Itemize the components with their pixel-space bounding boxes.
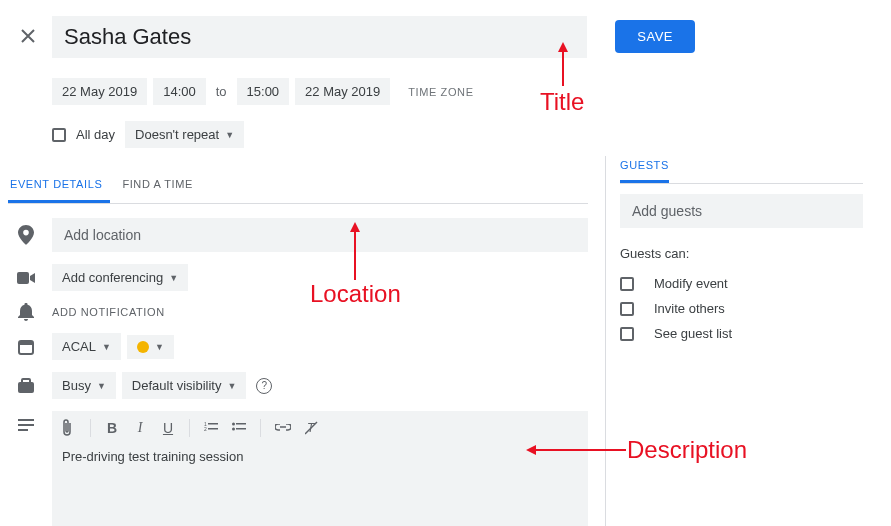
attach-button[interactable] — [62, 419, 76, 437]
bell-icon — [14, 303, 38, 321]
tab-guests[interactable]: GUESTS — [620, 159, 669, 183]
svg-rect-0 — [17, 272, 29, 284]
timezone-button[interactable]: TIME ZONE — [408, 86, 473, 98]
description-icon — [14, 419, 38, 431]
perm-seelist-checkbox[interactable] — [620, 327, 634, 341]
italic-button[interactable]: I — [133, 420, 147, 436]
close-button[interactable] — [16, 24, 40, 48]
paperclip-icon — [62, 419, 72, 437]
event-title-input[interactable] — [52, 16, 587, 58]
svg-rect-11 — [208, 428, 218, 430]
repeat-dropdown[interactable]: Doesn't repeat ▼ — [125, 121, 244, 148]
caret-down-icon: ▼ — [155, 342, 164, 352]
separator — [189, 419, 190, 437]
svg-rect-4 — [22, 379, 30, 383]
svg-rect-5 — [18, 419, 34, 421]
all-day-label[interactable]: All day — [76, 127, 115, 142]
repeat-label: Doesn't repeat — [135, 127, 219, 142]
start-date-chip[interactable]: 22 May 2019 — [52, 78, 147, 105]
location-icon — [14, 225, 38, 245]
visibility-help-button[interactable]: ? — [256, 378, 272, 394]
visibility-dropdown[interactable]: Default visibility ▼ — [122, 372, 247, 399]
description-editor[interactable]: B I U 12 T — [52, 411, 588, 526]
briefcase-icon — [14, 378, 38, 394]
perm-modify-checkbox[interactable] — [620, 277, 634, 291]
svg-point-14 — [232, 428, 235, 431]
calendar-icon — [14, 339, 38, 355]
bulleted-list-button[interactable] — [232, 422, 246, 434]
end-time-chip[interactable]: 15:00 — [237, 78, 290, 105]
description-toolbar: B I U 12 T — [52, 411, 588, 445]
svg-rect-2 — [19, 341, 33, 345]
location-input[interactable] — [52, 218, 588, 252]
start-time-chip[interactable]: 14:00 — [153, 78, 206, 105]
conferencing-label: Add conferencing — [62, 270, 163, 285]
caret-down-icon: ▼ — [97, 381, 106, 391]
svg-rect-7 — [18, 429, 28, 431]
video-icon — [14, 271, 38, 285]
perm-invite-checkbox[interactable] — [620, 302, 634, 316]
caret-down-icon: ▼ — [227, 381, 236, 391]
separator — [90, 419, 91, 437]
perm-invite-label: Invite others — [654, 301, 725, 316]
separator — [260, 419, 261, 437]
tab-find-a-time[interactable]: FIND A TIME — [120, 178, 201, 203]
clear-formatting-button[interactable]: T — [305, 421, 319, 435]
numbered-list-button[interactable]: 12 — [204, 422, 218, 434]
calendar-dropdown[interactable]: ACAL ▼ — [52, 333, 121, 360]
svg-rect-6 — [18, 424, 34, 426]
caret-down-icon: ▼ — [102, 342, 111, 352]
svg-rect-9 — [208, 423, 218, 425]
bold-button[interactable]: B — [105, 420, 119, 436]
conferencing-dropdown[interactable]: Add conferencing ▼ — [52, 264, 188, 291]
color-dropdown[interactable]: ▼ — [127, 335, 174, 359]
description-text[interactable]: Pre-driving test training session — [52, 445, 588, 526]
svg-rect-13 — [236, 423, 246, 425]
perm-seelist-label: See guest list — [654, 326, 732, 341]
color-dot-icon — [137, 341, 149, 353]
to-label: to — [212, 84, 231, 99]
clear-format-icon: T — [305, 421, 319, 435]
availability-dropdown[interactable]: Busy ▼ — [52, 372, 116, 399]
svg-point-12 — [232, 423, 235, 426]
close-icon — [20, 28, 36, 44]
numbered-list-icon: 12 — [204, 422, 218, 434]
bulleted-list-icon — [232, 422, 246, 434]
add-guests-input[interactable] — [620, 194, 863, 228]
end-date-chip[interactable]: 22 May 2019 — [295, 78, 390, 105]
guests-can-label: Guests can: — [620, 246, 863, 261]
link-button[interactable] — [275, 424, 291, 432]
link-icon — [275, 424, 291, 432]
underline-button[interactable]: U — [161, 420, 175, 436]
availability-label: Busy — [62, 378, 91, 393]
calendar-label: ACAL — [62, 339, 96, 354]
caret-down-icon: ▼ — [169, 273, 178, 283]
svg-rect-15 — [236, 428, 246, 430]
perm-modify-label: Modify event — [654, 276, 728, 291]
visibility-label: Default visibility — [132, 378, 222, 393]
caret-down-icon: ▼ — [225, 130, 234, 140]
add-notification-button[interactable]: ADD NOTIFICATION — [52, 306, 165, 318]
tab-event-details[interactable]: EVENT DETAILS — [8, 178, 110, 203]
all-day-checkbox[interactable] — [52, 128, 66, 142]
svg-text:2: 2 — [204, 426, 207, 432]
save-button[interactable]: SAVE — [615, 20, 695, 53]
